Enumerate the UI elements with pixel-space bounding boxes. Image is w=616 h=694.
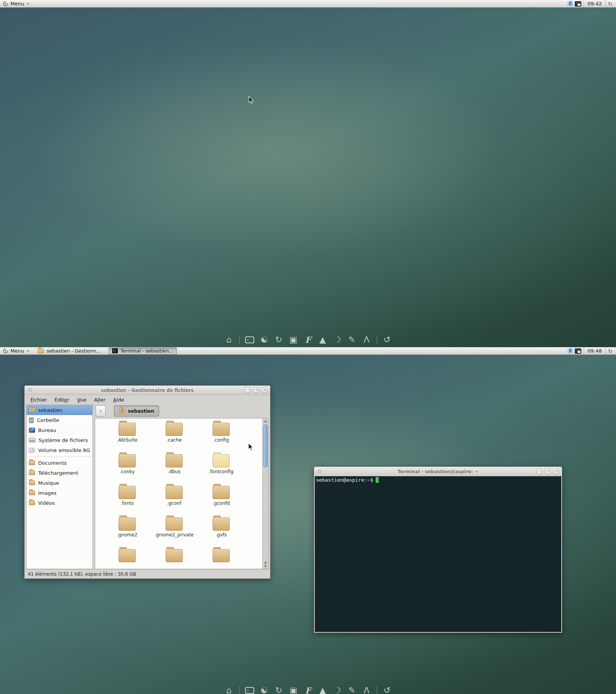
dock-refresh-icon[interactable]: ↻ xyxy=(274,686,284,694)
dock-terminal-icon[interactable]: >_ xyxy=(245,687,254,694)
home-folder-icon xyxy=(29,408,35,412)
dock-2: ⌂ >_ ☯ ↻ ▣ F ▲ ☽ ✎ Λ ↺ xyxy=(0,686,616,694)
close-button[interactable]: × xyxy=(553,468,559,474)
sidebar-item-telechargement[interactable]: Téléchargement xyxy=(27,468,92,478)
folder-icon-light xyxy=(213,454,230,467)
swirl-tray-icon[interactable]: S xyxy=(567,348,573,354)
dock-image-viewer-icon[interactable]: ▣ xyxy=(289,335,298,345)
folder-partial[interactable] xyxy=(104,545,151,569)
sidebar-item-videos[interactable]: Vidéos xyxy=(27,498,92,508)
dock-refresh-icon[interactable]: ↻ xyxy=(274,335,284,345)
menu-grip-icon: ≡ xyxy=(27,349,29,353)
folder-icon xyxy=(119,486,136,499)
dock-bird-app-icon[interactable]: ☽ xyxy=(333,686,342,694)
taskbar-item-terminal[interactable]: >_ Terminal - sebastien... xyxy=(109,348,177,355)
menu-fichier[interactable]: Fichier xyxy=(27,396,50,403)
folder-icon xyxy=(29,471,35,475)
folder-fonts[interactable]: .fonts xyxy=(104,482,151,513)
folder-gnome2-private[interactable]: .gnome2_private xyxy=(151,513,198,545)
network-tray-icon[interactable] xyxy=(575,348,581,354)
dock-home-icon[interactable]: ⌂ xyxy=(225,686,234,694)
file-manager-titlebar[interactable]: sebastien - Gestionnaire de fichiers − +… xyxy=(25,386,270,395)
folder-gnome2[interactable]: .gnome2 xyxy=(104,513,151,545)
folder-cache[interactable]: .cache xyxy=(151,418,198,450)
session-refresh-icon[interactable]: ↻ xyxy=(608,1,616,7)
path-button-sebastien[interactable]: sebastien xyxy=(114,405,159,417)
sidebar-item-corbeille[interactable]: Corbeille xyxy=(27,415,92,425)
filesystem-drive-icon xyxy=(29,438,35,442)
clock[interactable]: 09:48 xyxy=(584,347,606,355)
maximize-button[interactable]: + xyxy=(545,468,551,474)
dock-cone-player-icon[interactable]: ▲ xyxy=(318,686,327,694)
dock-web-browser-icon[interactable]: ☯ xyxy=(260,686,269,694)
menu-aller[interactable]: Aller xyxy=(91,396,109,403)
file-view[interactable]: .AbiSuite .cache .config .conky xyxy=(95,418,269,569)
sidebar-item-images[interactable]: Images xyxy=(27,488,92,498)
sidebar-item-sebastien[interactable]: sebastien xyxy=(27,405,92,415)
scrollbar-thumb[interactable] xyxy=(263,424,268,467)
folder-conky[interactable]: .conky xyxy=(104,450,151,482)
menu-button[interactable]: Menu ≡ xyxy=(0,347,32,355)
sidebar-item-volume[interactable]: Volume amovible 8G xyxy=(27,445,92,455)
dock-bird-app-icon[interactable]: ☽ xyxy=(333,335,342,345)
folder-gvfs[interactable]: .gvfs xyxy=(198,513,245,545)
dock-cone-player-icon[interactable]: ▲ xyxy=(318,335,327,345)
network-tray-icon[interactable] xyxy=(575,1,581,7)
folder-config[interactable]: .config xyxy=(198,418,245,450)
session-refresh-icon[interactable]: ↻ xyxy=(608,348,616,354)
file-manager-toolbar: ‹ sebastien xyxy=(95,404,269,418)
dock-pen-tool-icon[interactable]: ✎ xyxy=(347,686,357,694)
folder-dbus[interactable]: .dbus xyxy=(151,450,198,482)
folder-icon xyxy=(119,549,136,562)
file-manager-window: sebastien - Gestionnaire de fichiers − +… xyxy=(24,385,270,579)
taskbar-item-file-manager[interactable]: sebastien - Gestionn... xyxy=(35,348,104,355)
clock[interactable]: 09:42 xyxy=(584,0,606,7)
dock-home-icon[interactable]: ⌂ xyxy=(225,335,234,345)
desktop-icon xyxy=(29,428,35,433)
file-manager-menubar: Fichier Éditer Vue Aller Aide xyxy=(25,395,270,404)
folder-icon xyxy=(29,460,35,465)
back-button[interactable]: ‹ xyxy=(96,405,106,417)
file-manager-sidebar: sebastien Corbeille Bureau Système de fi… xyxy=(26,404,93,569)
folder-partial[interactable] xyxy=(198,545,245,569)
terminal-body[interactable]: sebastien@aspire:~$ xyxy=(315,476,561,632)
minimize-button[interactable]: − xyxy=(536,468,542,474)
terminal-titlebar[interactable]: Terminal - sebastien@aspire: ~ − + × xyxy=(314,467,562,476)
close-button[interactable]: × xyxy=(262,387,268,393)
sidebar-item-documents[interactable]: Documents xyxy=(27,458,92,468)
dock-web-browser-icon[interactable]: ☯ xyxy=(260,335,269,345)
scroll-up-icon[interactable]: ▲ xyxy=(263,561,268,564)
vertical-scrollbar[interactable]: ▲ ▲ ▼ xyxy=(262,418,268,569)
dock-f-application-icon[interactable]: F xyxy=(304,335,313,345)
dock-terminal-icon[interactable]: >_ xyxy=(245,336,254,343)
sidebar-item-musique[interactable]: Musique xyxy=(27,478,92,488)
sidebar-item-systeme[interactable]: Système de fichiers xyxy=(27,435,92,445)
folder-icon xyxy=(29,481,35,485)
folder-partial[interactable] xyxy=(151,545,198,569)
dock-pen-tool-icon[interactable]: ✎ xyxy=(347,335,357,345)
scroll-up-icon[interactable]: ▲ xyxy=(263,419,268,423)
dock-f-application-icon[interactable]: F xyxy=(304,686,313,694)
top-panel-1: Menu ≡ S 09:42 ↻ xyxy=(0,0,616,8)
dock-software-update-icon[interactable]: ↺ xyxy=(383,686,392,694)
screenshot-2: Menu ≡ sebastien - Gestionn... >_ Termin… xyxy=(0,347,616,694)
maximize-button[interactable]: + xyxy=(253,387,259,393)
folder-gconf[interactable]: .gconf xyxy=(151,482,198,513)
dock-software-update-icon[interactable]: ↺ xyxy=(383,335,392,345)
folder-fontconfig[interactable]: .fontconfig xyxy=(198,450,245,482)
scroll-down-icon[interactable]: ▼ xyxy=(263,565,268,568)
minimize-button[interactable]: − xyxy=(245,387,251,393)
menu-button[interactable]: Menu ≡ xyxy=(0,0,32,7)
removable-volume-icon xyxy=(29,448,35,453)
menu-aide[interactable]: Aide xyxy=(110,396,128,403)
dock-image-viewer-icon[interactable]: ▣ xyxy=(289,686,298,694)
folder-icon xyxy=(166,423,183,436)
dock-media-player-icon[interactable]: Λ xyxy=(362,335,371,345)
folder-abisuite[interactable]: .AbiSuite xyxy=(104,418,151,450)
folder-gconfd[interactable]: .gconfd xyxy=(198,482,245,513)
dock-media-player-icon[interactable]: Λ xyxy=(362,686,371,694)
menu-vue[interactable]: Vue xyxy=(74,396,90,403)
menu-editer[interactable]: Éditer xyxy=(51,396,73,403)
sidebar-item-bureau[interactable]: Bureau xyxy=(27,425,92,435)
swirl-tray-icon[interactable]: S xyxy=(567,1,573,7)
